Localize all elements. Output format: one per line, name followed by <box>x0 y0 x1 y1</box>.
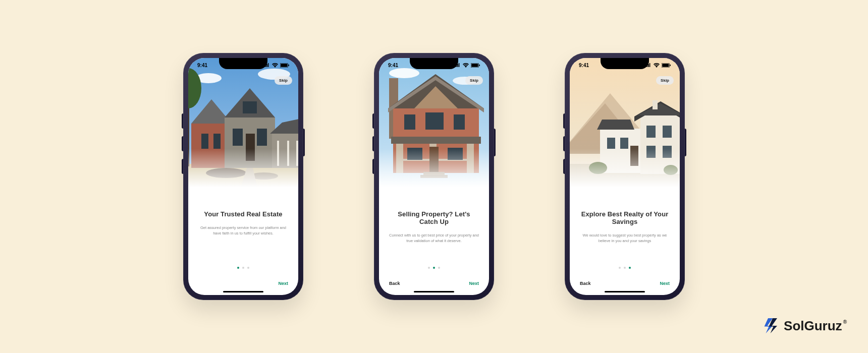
registered-symbol: ® <box>843 319 847 325</box>
next-button[interactable]: Next <box>660 281 670 286</box>
onboarding-title: Your Trusted Real Estate <box>204 210 282 218</box>
home-indicator <box>223 291 263 292</box>
notch <box>219 58 267 69</box>
svg-rect-33 <box>459 63 460 67</box>
battery-icon <box>471 63 480 68</box>
wifi-icon <box>463 63 469 68</box>
onboarding-title: Explore Best Realty of Your Savings <box>580 210 670 225</box>
status-time: 9:41 <box>197 63 207 68</box>
skip-button[interactable]: Skip <box>275 76 292 85</box>
notch <box>601 58 649 69</box>
svg-rect-78 <box>646 126 656 138</box>
svg-rect-75 <box>653 100 658 109</box>
screen-2: 9:41 Skip <box>379 58 489 295</box>
onboarding-description: Get assured property service from our pl… <box>198 225 288 237</box>
onboarding-description: Connect with us to get best price of you… <box>389 232 479 244</box>
dot-2 <box>242 267 244 269</box>
showcase-stage: 9:41 Skip <box>0 0 868 353</box>
svg-rect-36 <box>479 64 480 66</box>
onboarding-description: We would love to suggest you best proper… <box>580 232 670 244</box>
back-button[interactable]: Back <box>580 281 591 286</box>
wifi-icon <box>272 63 278 68</box>
home-indicator <box>605 291 645 292</box>
wifi-icon <box>654 63 660 68</box>
page-indicator <box>379 267 489 269</box>
onboarding-content: Selling Property? Let's Catch Up Connect… <box>379 194 489 295</box>
svg-rect-62 <box>649 63 650 67</box>
battery-icon <box>280 63 289 68</box>
svg-rect-76 <box>607 138 615 149</box>
onboarding-title: Selling Property? Let's Catch Up <box>389 210 479 225</box>
svg-rect-35 <box>471 64 478 67</box>
brand-logo: SolGuruz ® <box>761 317 847 335</box>
skip-button[interactable]: Skip <box>656 76 674 85</box>
brand-name-text: SolGuruz <box>784 318 842 334</box>
dot-2 <box>433 267 435 269</box>
page-indicator <box>188 267 298 269</box>
back-button[interactable]: Back <box>389 281 400 286</box>
dot-3 <box>629 267 631 269</box>
svg-rect-22 <box>233 129 243 146</box>
skip-button[interactable]: Skip <box>465 76 483 85</box>
svg-rect-21 <box>243 101 257 113</box>
svg-rect-17 <box>201 134 208 149</box>
home-indicator <box>414 291 454 292</box>
dot-1 <box>428 267 430 269</box>
svg-rect-23 <box>257 129 267 146</box>
dot-3 <box>438 267 440 269</box>
screen-1: 9:41 Skip <box>188 58 298 295</box>
svg-rect-5 <box>281 64 287 67</box>
page-indicator <box>570 267 680 269</box>
phone-mockup-2: 9:41 Skip <box>374 53 494 300</box>
svg-rect-18 <box>213 134 221 149</box>
dot-1 <box>237 267 239 269</box>
svg-rect-65 <box>670 64 671 66</box>
onboarding-nav: Back Next <box>379 281 489 286</box>
next-button[interactable]: Next <box>469 281 479 286</box>
dot-3 <box>247 267 249 269</box>
svg-rect-64 <box>662 64 669 67</box>
status-time: 9:41 <box>388 63 398 68</box>
svg-rect-77 <box>620 138 628 149</box>
onboarding-content: Explore Best Realty of Your Savings We w… <box>570 194 680 295</box>
svg-rect-46 <box>425 112 444 130</box>
phone-mockup-3: 9:41 Skip <box>565 53 685 300</box>
dot-1 <box>619 267 621 269</box>
onboarding-nav: Back Next <box>570 281 680 286</box>
next-button[interactable]: Next <box>278 281 288 286</box>
svg-rect-45 <box>404 114 415 130</box>
phone-mockup-1: 9:41 Skip <box>183 53 303 300</box>
svg-rect-79 <box>663 126 672 138</box>
dot-2 <box>624 267 626 269</box>
battery-icon <box>662 63 671 68</box>
status-time: 9:41 <box>579 63 589 68</box>
brand-mark-icon <box>761 317 779 335</box>
onboarding-nav: Next <box>188 281 298 286</box>
svg-marker-72 <box>597 120 634 130</box>
notch <box>410 58 458 69</box>
svg-rect-6 <box>288 64 289 66</box>
screen-3: 9:41 Skip <box>570 58 680 295</box>
svg-rect-3 <box>268 63 269 67</box>
svg-rect-47 <box>454 114 465 130</box>
onboarding-content: Your Trusted Real Estate Get assured pro… <box>188 194 298 295</box>
svg-rect-48 <box>391 137 481 144</box>
